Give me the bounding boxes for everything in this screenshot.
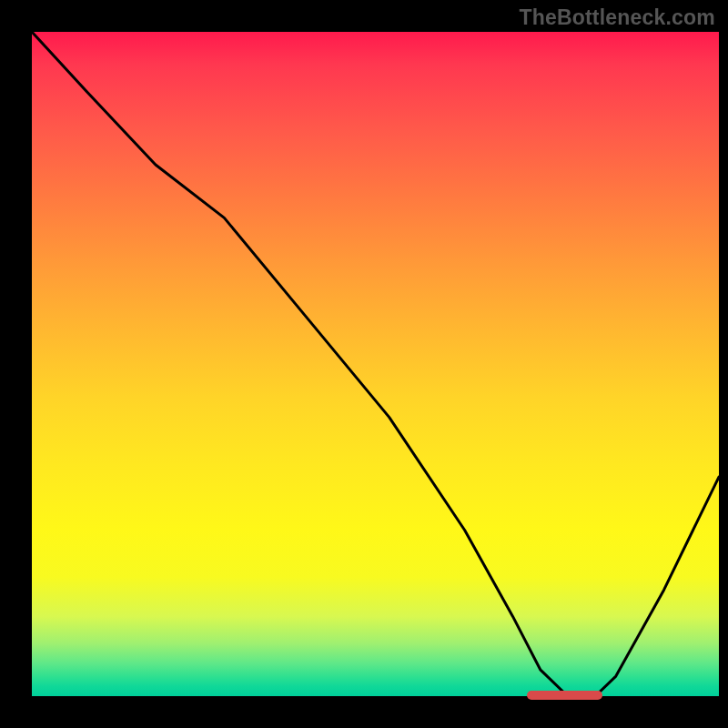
optimal-range-marker [527, 691, 602, 700]
chart-container: TheBottleneck.com [0, 0, 728, 728]
plot-area [32, 32, 719, 696]
curve-svg [32, 32, 719, 696]
watermark-text: TheBottleneck.com [519, 5, 715, 30]
bottleneck-curve [32, 32, 719, 696]
